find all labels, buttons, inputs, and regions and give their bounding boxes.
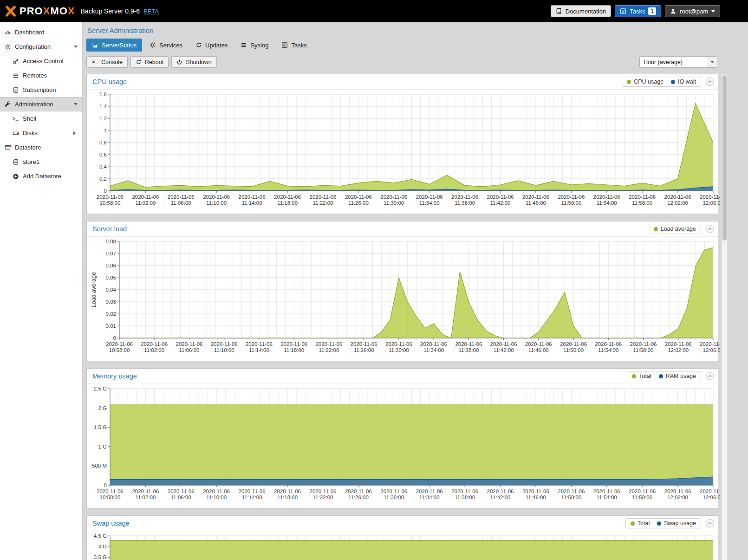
vertical-scrollbar[interactable] [722,74,728,560]
sidebar-item-remotes[interactable]: Remotes [0,68,82,83]
svg-text:2020-11-06: 2020-11-06 [487,194,514,200]
svg-text:2020-11-06: 2020-11-06 [345,488,372,494]
collapse-panel-button[interactable] [706,225,714,233]
svg-text:0.6: 0.6 [99,152,107,157]
brand-text: PROXMOX [20,6,75,16]
tab-label: ServerStatus [102,42,137,49]
svg-text:0.4: 0.4 [99,164,107,169]
sidebar-item-label: Add Datastore [23,173,61,180]
collapse-panel-button[interactable] [706,78,714,86]
charts-scroll-area: CPU usage CPU usageIO wait 00.20.40.60.8… [83,72,748,560]
svg-text:2020-11-06: 2020-11-06 [700,488,720,494]
svg-text:2020-11-06: 2020-11-06 [700,341,720,347]
legend-item: IO wait [671,78,696,85]
svg-text:2020-11-06: 2020-11-06 [416,194,443,200]
expanded-arrow-icon [74,46,78,50]
shutdown-button[interactable]: Shutdown [171,56,217,68]
database-icon [13,159,19,165]
svg-text:2020-11-06: 2020-11-06 [595,341,622,347]
tab-label: Updates [205,42,228,49]
reboot-label: Reboot [145,59,163,65]
terminal-icon: >_ [91,59,98,65]
svg-text:11:22:00: 11:22:00 [319,347,339,353]
subscription-icon [13,87,19,93]
tab-serverstatus[interactable]: ServerStatus [86,39,142,52]
gears-icon [150,42,156,48]
svg-text:2020-11-06: 2020-11-06 [630,341,657,347]
reboot-button[interactable]: Reboot [130,56,169,68]
svg-text:11:06:00: 11:06:00 [179,347,200,353]
svg-text:11:58:00: 11:58:00 [633,347,654,353]
tab-tasks[interactable]: Tasks [276,39,312,52]
svg-text:2020-11-06: 2020-11-06 [451,488,478,494]
tab-services[interactable]: Services [144,39,188,52]
svg-text:1.6: 1.6 [99,91,107,97]
tab-updates[interactable]: Updates [190,39,233,52]
chart-legend: CPU usageIO wait [622,77,701,87]
legend-item: Swap usage [657,520,696,527]
cpu-usage-chart: 00.20.40.60.811.21.41.62020-11-0610:58:0… [87,90,718,214]
svg-text:11:38:00: 11:38:00 [455,495,475,500]
svg-text:11:30:00: 11:30:00 [384,495,404,500]
documentation-button[interactable]: Documentation [551,5,611,17]
area-chart-icon [92,42,98,48]
documentation-label: Documentation [566,8,606,15]
sidebar-item-configuration[interactable]: Configuration [0,39,82,54]
proxmox-logo: PROXMOX [5,5,75,17]
sidebar-item-add-datastore[interactable]: Add Datastore [0,169,82,183]
svg-text:2.5 G: 2.5 G [94,386,107,391]
user-label: root@pam [680,8,708,15]
svg-text:11:26:00: 11:26:00 [354,347,374,353]
sidebar-item-disks[interactable]: Disks [0,126,82,140]
svg-text:11:02:00: 11:02:00 [135,495,156,500]
sidebar-item-store1[interactable]: store1 [0,155,82,169]
user-menu-button[interactable]: root@pam [665,5,720,17]
beta-link[interactable]: BETA [143,8,159,15]
sidebar-item-administration[interactable]: Administration [0,97,82,111]
svg-text:11:38:00: 11:38:00 [455,200,475,206]
sidebar-item-subscription[interactable]: Subscription [0,83,82,97]
proxmox-x-icon [5,5,17,17]
svg-text:2020-11-06: 2020-11-06 [132,488,159,494]
sidebar-item-datastore[interactable]: Datastore [0,140,82,155]
time-range-value: Hour (average) [640,59,707,65]
sidebar-item-shell[interactable]: >_ Shell [0,111,82,126]
tasks-list-icon [281,42,288,48]
chevron-down-icon [711,10,715,14]
refresh-icon [195,42,202,48]
svg-text:11:50:00: 11:50:00 [561,200,581,206]
tab-syslog[interactable]: Syslog [235,39,274,52]
tasks-button[interactable]: Tasks 1 [615,5,661,17]
sidebar-item-access-control[interactable]: Access Control [0,54,82,68]
scrollbar-thumb[interactable] [722,75,727,241]
svg-text:4 G: 4 G [98,544,107,549]
time-range-select[interactable]: Hour (average) [639,56,717,68]
wrench-icon [5,101,11,108]
svg-text:2020-11-06: 2020-11-06 [380,488,407,494]
svg-text:11:10:00: 11:10:00 [206,200,227,206]
server-lines-icon [13,72,19,79]
panel-server-load: Server load Load average 00.010.020.030.… [86,221,718,361]
svg-text:2020-11-06: 2020-11-06 [239,194,266,200]
svg-text:2020-11-06: 2020-11-06 [203,194,230,200]
svg-text:2020-11-06: 2020-11-06 [274,194,301,200]
svg-text:11:18:00: 11:18:00 [277,495,298,500]
svg-text:11:14:00: 11:14:00 [242,495,262,500]
tab-label: Tasks [291,42,306,49]
svg-text:11:46:00: 11:46:00 [526,200,546,206]
chevron-up-icon [708,374,712,378]
svg-text:11:14:00: 11:14:00 [249,347,269,353]
svg-text:2020-11-06: 2020-11-06 [558,488,585,494]
svg-text:2020-11-06: 2020-11-06 [351,341,377,347]
tab-label: Syslog [250,42,268,49]
collapse-panel-button[interactable] [706,519,714,527]
svg-text:12:02:00: 12:02:00 [667,200,688,206]
sidebar-item-dashboard[interactable]: Dashboard [0,25,82,39]
collapse-panel-button[interactable] [706,372,714,380]
svg-text:2020-11-06: 2020-11-06 [560,341,587,347]
console-button[interactable]: >_ Console [86,56,128,68]
svg-text:12:02:00: 12:02:00 [667,495,688,500]
expanded-arrow-icon [74,103,78,107]
server-load-chart: 00.010.020.030.040.050.060.070.082020-11… [87,237,718,361]
svg-text:3.5 G: 3.5 G [94,554,107,560]
